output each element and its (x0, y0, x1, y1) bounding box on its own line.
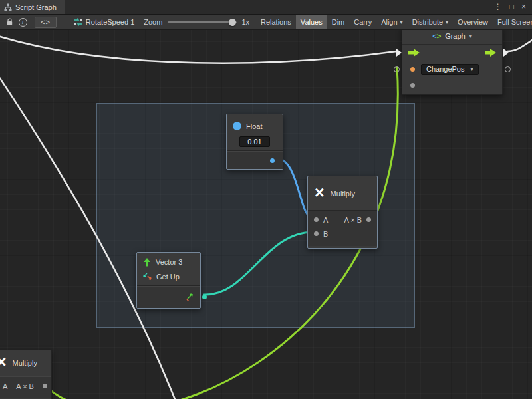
arrow-up-icon (143, 258, 151, 267)
script-graph-asset-icon (74, 18, 82, 26)
value-input-port[interactable] (410, 83, 415, 88)
caret-down-icon: ▾ (400, 19, 403, 25)
node-multiply-partial[interactable]: × Multiply A A × B (0, 350, 52, 399)
float-output-port[interactable] (270, 158, 275, 163)
zoom-slider[interactable] (168, 21, 237, 23)
port-label-b: B (323, 230, 328, 238)
node-title: Multiply (331, 190, 355, 198)
maximize-icon[interactable]: □ (509, 0, 514, 14)
node-subtitle: Get Up (156, 273, 180, 281)
kebab-menu-icon[interactable]: ⋮ (494, 0, 502, 14)
multiply-input-b-port[interactable] (314, 231, 319, 236)
unconnected-port-left[interactable] (394, 66, 400, 72)
node-vector3-get-up[interactable]: Vector 3 Get Up (136, 252, 201, 309)
node-title: Float (246, 122, 262, 130)
object-input-port[interactable] (410, 67, 415, 72)
window-titlebar: Script Graph ⋮ □ × (0, 0, 532, 15)
variable-dropdown[interactable]: ChangePos ▾ (421, 64, 479, 75)
node-title: Graph (445, 32, 466, 40)
wire-flow-outgoing[interactable] (507, 39, 532, 51)
graph-toolbar: i <> RotateSpeed 1 Zoom 1x Relations Val… (0, 15, 532, 30)
carry-button[interactable]: Carry (349, 15, 376, 29)
multiply-input-a-port[interactable] (314, 217, 319, 222)
graph-reference-label: RotateSpeed 1 (86, 18, 134, 26)
flow-input-port[interactable] (408, 49, 420, 57)
flow-wire-arrowhead-in (396, 49, 402, 57)
wire-flow-incoming[interactable] (0, 35, 396, 63)
caret-down-icon: ▾ (471, 66, 473, 72)
relations-button[interactable]: Relations (256, 15, 296, 29)
lock-icon (6, 18, 13, 26)
caret-down-icon: ▾ (469, 33, 472, 39)
port-label-axb: A × B (344, 216, 362, 224)
node-title: Multiply (13, 359, 37, 367)
float-value-field[interactable]: 0.01 (239, 136, 269, 147)
unconnected-port-right[interactable] (505, 66, 511, 72)
caret-down-icon: ▾ (446, 19, 448, 25)
code-icon: <> (41, 18, 51, 26)
zoom-value: 1x (241, 18, 249, 26)
vector-axes-icon (143, 273, 152, 281)
flow-wire-arrowhead-out (503, 49, 509, 57)
info-button[interactable]: i (16, 16, 29, 28)
float-type-icon (233, 122, 241, 130)
info-icon: i (19, 18, 27, 27)
graph-canvas[interactable]: Float 0.01 × Multiply A A × B B (0, 30, 532, 399)
port-label-a: A (3, 382, 7, 390)
node-multiply[interactable]: × Multiply A A × B B (307, 176, 378, 249)
port-label-a: A (323, 216, 328, 224)
port-label-axb: A × B (16, 382, 34, 390)
getup-output-port[interactable] (202, 295, 207, 299)
distribute-dropdown-button[interactable]: Distribute ▾ (408, 15, 453, 29)
edit-code-button[interactable]: <> (35, 17, 57, 28)
script-graph-icon (4, 3, 12, 11)
node-graph-event[interactable]: <> Graph ▾ ChangePos ▾ (402, 30, 503, 95)
flow-output-port[interactable] (485, 49, 496, 57)
wire-getup-to-multiply-b[interactable] (204, 232, 313, 295)
multiply-icon: × (0, 354, 7, 370)
node-float[interactable]: Float 0.01 (226, 114, 283, 170)
overview-button[interactable]: Overview (453, 15, 493, 29)
zoom-slider-handle[interactable] (229, 19, 236, 26)
align-dropdown-button[interactable]: Align ▾ (376, 15, 407, 29)
window-title: Script Graph (15, 3, 57, 11)
vector3-value-icon (185, 293, 194, 301)
full-screen-button[interactable]: Full Screen (493, 15, 532, 29)
multiply-icon: × (315, 184, 325, 201)
close-icon[interactable]: × (521, 0, 526, 14)
graph-reference-breadcrumb[interactable]: RotateSpeed 1 (74, 18, 134, 26)
zoom-label: Zoom (144, 18, 162, 26)
node-title: Vector 3 (156, 258, 182, 266)
vs-code-icon: <> (432, 32, 441, 40)
multiply-output-port[interactable] (366, 217, 371, 222)
lock-button[interactable] (3, 16, 16, 28)
multiply2-output-port[interactable] (43, 384, 47, 388)
window-tab[interactable]: Script Graph (0, 0, 65, 14)
dim-button[interactable]: Dim (327, 15, 350, 29)
values-button[interactable]: Values (296, 15, 327, 29)
